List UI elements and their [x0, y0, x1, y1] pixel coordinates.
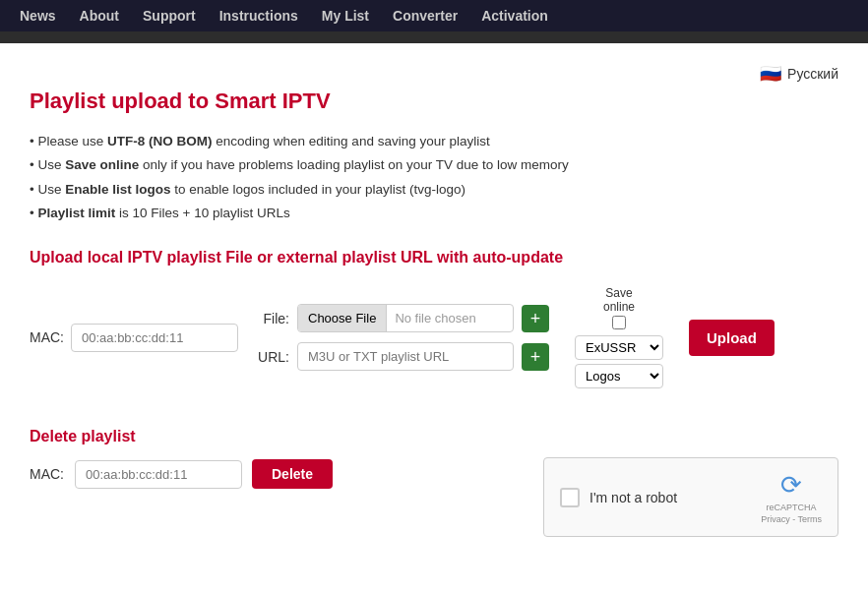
nav-converter[interactable]: Converter [393, 8, 458, 24]
upload-section-title: Upload local IPTV playlist File or exter… [30, 249, 838, 266]
language-label: Русский [787, 66, 838, 82]
flag-icon: 🇷🇺 [760, 63, 781, 85]
nav-instructions[interactable]: Instructions [219, 8, 298, 24]
navigation: News About Support Instructions My List … [0, 0, 868, 31]
delete-section: Delete playlist MAC: Delete [30, 428, 333, 489]
url-input[interactable] [297, 342, 514, 371]
nav-mylist[interactable]: My List [322, 8, 369, 24]
file-row: File: Choose File No file chosen + [254, 304, 549, 332]
mac-input[interactable] [71, 324, 238, 352]
nav-activation[interactable]: Activation [481, 8, 548, 24]
recaptcha-links[interactable]: Privacy - Terms [761, 514, 822, 524]
file-add-button[interactable]: + [522, 305, 549, 332]
info-item-4: Playlist limit is 10 Files + 10 playlist… [30, 202, 838, 225]
delete-section-title: Delete playlist [30, 428, 333, 445]
delete-button[interactable]: Delete [252, 459, 333, 489]
save-online-label: Saveonline [603, 286, 635, 314]
file-label: File: [254, 311, 289, 326]
language-selector[interactable]: 🇷🇺 Русский [760, 63, 838, 85]
info-item-3: Use Enable list logos to enable logos in… [30, 178, 838, 202]
url-row: URL: + [254, 342, 549, 371]
recaptcha-label: I'm not a robot [589, 490, 677, 505]
delete-mac-label: MAC: [30, 466, 65, 482]
file-name-display: No file chosen [387, 305, 513, 331]
url-label: URL: [254, 349, 289, 365]
delete-row: MAC: Delete [30, 459, 333, 489]
nav-support[interactable]: Support [143, 8, 196, 24]
nav-about[interactable]: About [80, 8, 119, 24]
logos-dropdown[interactable]: Logos No Logos [575, 364, 663, 388]
delete-mac-input[interactable] [75, 460, 242, 489]
info-item-2: Use Save online only if you have problem… [30, 153, 838, 177]
recaptcha-brand: reCAPTCHA [767, 503, 817, 512]
url-add-button[interactable]: + [522, 343, 549, 371]
choose-file-button[interactable]: Choose File [298, 305, 387, 331]
region-dropdown[interactable]: ExUSSR Other [575, 335, 663, 360]
recaptcha-box: I'm not a robot ⟳ reCAPTCHA Privacy - Te… [543, 457, 838, 537]
mac-label: MAC: [30, 329, 65, 345]
bottom-area: Delete playlist MAC: Delete I'm not a ro… [30, 418, 838, 537]
info-list: Please use UTF-8 (NO BOM) encoding when … [30, 130, 838, 225]
recaptcha-right: ⟳ reCAPTCHA Privacy - Terms [761, 470, 822, 524]
recaptcha-logo-icon: ⟳ [780, 470, 802, 501]
side-controls: Saveonline ExUSSR Other Logos No Logos [575, 286, 663, 388]
save-online-block: Saveonline [603, 286, 635, 329]
file-input-wrapper: Choose File No file chosen [297, 304, 514, 332]
upload-button[interactable]: Upload [689, 320, 775, 356]
page-title: Playlist upload to Smart IPTV [30, 89, 838, 114]
dark-bar [0, 31, 868, 43]
recaptcha-left: I'm not a robot [560, 488, 677, 507]
save-online-checkbox[interactable] [612, 316, 626, 329]
nav-news[interactable]: News [20, 8, 56, 24]
recaptcha-checkbox[interactable] [560, 488, 580, 507]
upload-section: Upload local IPTV playlist File or exter… [30, 249, 838, 388]
dropdowns-block: ExUSSR Other Logos No Logos [575, 335, 663, 388]
info-item-1: Please use UTF-8 (NO BOM) encoding when … [30, 130, 838, 153]
fields-column: File: Choose File No file chosen + URL: … [254, 304, 549, 371]
